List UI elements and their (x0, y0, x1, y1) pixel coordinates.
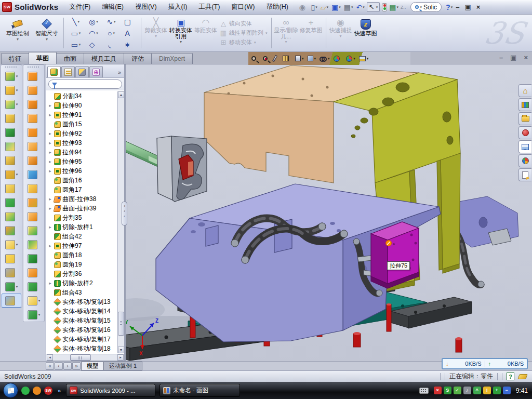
toolbar-button[interactable]: ▾ (24, 223, 44, 237)
new-file-icon[interactable]: ▯ ▾ (310, 3, 318, 11)
menu-item[interactable]: 插入(I) (163, 0, 193, 14)
quick-tips-icon[interactable]: ? (507, 373, 514, 380)
menu-pin-icon[interactable]: ◉ ▾ (298, 3, 309, 11)
tree-item[interactable]: 切除-放样1 (47, 222, 117, 232)
scene-edit-icon[interactable]: ▾ (359, 56, 369, 61)
toolbar-button[interactable]: ▾ (24, 139, 44, 153)
caret-icon[interactable]: ▾ (351, 5, 353, 9)
tree-filter-input[interactable] (48, 79, 122, 89)
tree-item[interactable]: 拉伸92 (47, 129, 117, 138)
caret-icon[interactable]: ▾ (77, 20, 79, 24)
toolbar-button[interactable]: ▾ (24, 167, 44, 181)
zoom-area-icon[interactable]: ▾ (263, 56, 271, 61)
scroll-thumb[interactable] (70, 354, 91, 361)
tray-update-icon[interactable]: ✓ (454, 387, 461, 394)
tray-health-icon[interactable]: + (493, 387, 501, 394)
display-delete-relations-button[interactable]: ∞ 显示/删除几...▾ (274, 16, 299, 50)
tree-item[interactable]: 圆角15 (47, 119, 117, 129)
view-orientation-icon[interactable]: ▾ (283, 56, 292, 61)
sketch-button[interactable]: 草图绘制▾ (3, 16, 32, 50)
sketch-entity-button[interactable]: ╲ ▾ (67, 16, 85, 28)
glasses-icon[interactable]: ▾ (320, 57, 330, 61)
tree-item[interactable]: 圆角17 (47, 185, 117, 194)
caret-icon[interactable]: ▾ (113, 31, 115, 35)
configurationmanager-tab[interactable] (75, 66, 89, 77)
tree-item[interactable]: 实体-移动/复制13 (47, 297, 117, 307)
keyboard-icon[interactable] (419, 388, 429, 394)
sketch-entity-button[interactable]: ∗ ▾ (120, 39, 138, 50)
toolbar-button[interactable]: ▾ (24, 69, 44, 83)
taskpane-design-library-tab[interactable] (518, 98, 531, 111)
toolbar-button[interactable]: ▾ (24, 181, 44, 195)
sheet-nav-button[interactable]: « (46, 362, 54, 370)
caret-icon[interactable]: ▾ (363, 5, 365, 9)
section-view-icon[interactable]: ▾ (274, 55, 279, 62)
caret-icon[interactable]: ▾ (79, 31, 81, 35)
toolbar-button[interactable]: ▾ (24, 195, 44, 209)
tray-usb-icon[interactable]: ^ (473, 387, 481, 394)
tree-item[interactable]: 圆角18 (47, 250, 117, 260)
toolbar-button[interactable]: ▾ (24, 251, 44, 265)
child-minimize-button[interactable]: – (499, 54, 503, 61)
toolbar-button[interactable]: ▾ (2, 237, 21, 251)
taskpane-view-palette-tab[interactable] (518, 140, 531, 153)
toolbar-button[interactable]: ▾ (2, 265, 21, 280)
tray-sync-icon[interactable]: − (503, 387, 511, 394)
menu-item[interactable]: 窗口(W) (225, 0, 260, 14)
tree-item[interactable]: 切除-放样2 (47, 278, 117, 288)
hide-show-items-icon[interactable]: ▾ (308, 56, 316, 61)
toolbar-button[interactable]: ▾ (24, 153, 44, 167)
taskpane-search-tab[interactable] (518, 126, 531, 139)
ribbon-tab[interactable]: 草图 (29, 52, 57, 64)
close-button[interactable]: × (476, 3, 481, 11)
tree-item[interactable]: 分割34 (47, 91, 117, 101)
toolbar-button[interactable]: ▾ (24, 308, 44, 322)
ribbon-tab[interactable]: 曲面 (56, 53, 84, 64)
toolbar-button[interactable]: ▾ (24, 111, 44, 125)
ribbon-tab[interactable]: 特征 (1, 53, 29, 64)
graphics-area[interactable]: Y Z X (126, 64, 532, 361)
toolbar-button[interactable]: ▾ (24, 97, 44, 111)
sketch-entity-button[interactable]: ▭ ▾ (67, 39, 85, 50)
sketch-entity-button[interactable]: ○ ▾ (102, 28, 120, 39)
taskpane-custom-properties-tab[interactable] (518, 168, 531, 181)
caret-icon[interactable]: ▾ (114, 20, 116, 24)
sheet-tab[interactable]: 模型 (81, 362, 104, 370)
tree-item[interactable]: 实体-移动/复制16 (47, 325, 117, 335)
caret-icon[interactable]: ▾ (315, 5, 317, 9)
taskpane-file-explorer-tab[interactable] (518, 112, 531, 125)
help-button[interactable]: ?▾ (445, 3, 454, 11)
lightning-icon[interactable]: z.. (400, 3, 407, 11)
tree-item[interactable]: 实体-移动/复制15 (47, 316, 117, 325)
display-style-icon[interactable]: ▾ (295, 56, 304, 61)
splitter-collapse-handle[interactable]: ‹‹‹ (122, 202, 127, 225)
open-file-icon[interactable]: ▱ ▾ (320, 3, 329, 11)
taskpane-appearances-tab[interactable] (518, 154, 531, 167)
toolbar-button[interactable]: ▾ (24, 265, 44, 280)
tray-security-alert-icon[interactable]: × (434, 387, 442, 394)
toolbar-button[interactable]: ▾ (24, 237, 44, 251)
scroll-down-button[interactable]: ▼ (118, 347, 124, 353)
sketch-entity-button[interactable]: ▢ ▾ (120, 16, 138, 28)
toolbar-button[interactable]: ▾ (24, 209, 44, 223)
tree-item[interactable]: 拉伸90 (47, 101, 117, 110)
child-close-button[interactable]: × (524, 54, 528, 61)
toolbar-button[interactable]: ▾ (24, 294, 44, 308)
scene-ball-icon[interactable]: ▾ (346, 56, 355, 62)
toolbar-button[interactable]: ▾ (24, 125, 44, 139)
toolbar-button[interactable]: ▾ (2, 111, 21, 125)
offset-entities-button[interactable]: ◠ 等距实体 (193, 16, 218, 50)
toolbar-button[interactable]: ▾ (2, 139, 21, 153)
more-tabs-button[interactable]: » (118, 69, 123, 77)
menu-item[interactable]: 文件(F) (63, 0, 96, 14)
print-icon[interactable]: ▤ ▾ (343, 3, 354, 11)
child-restore-button[interactable]: ▣ (510, 54, 516, 61)
toolbar-button[interactable]: ▾ (24, 280, 44, 294)
tree-item[interactable]: 拉伸91 (47, 110, 117, 119)
tree-item[interactable]: 实体-移动/复制17 (47, 335, 117, 344)
linear-pattern-button[interactable]: ▦ 线性草图阵列▾ (220, 29, 268, 37)
ribbon-tab[interactable]: DimXpert (151, 53, 193, 64)
tree-item[interactable]: 拉伸93 (47, 138, 117, 148)
tree-item[interactable]: 实体-移动/复制18 (47, 344, 117, 353)
tree-item[interactable]: 拉伸96 (47, 166, 117, 176)
